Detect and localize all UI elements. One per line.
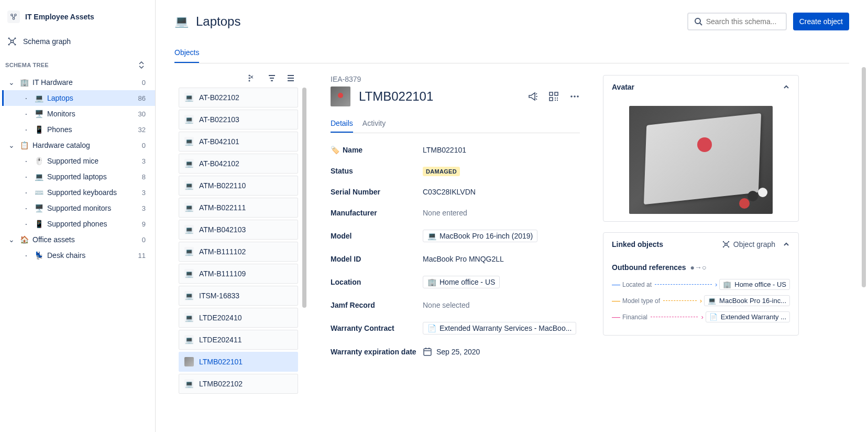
schema-graph-link[interactable]: Schema graph: [0, 33, 155, 55]
field-modelid-value[interactable]: MacBook Pro MNQG2LL: [423, 255, 504, 263]
ref-target-chip[interactable]: 💻MacBook Pro 16-inc...: [704, 295, 790, 306]
field-serial-label: Serial Number: [331, 188, 423, 196]
tab-activity[interactable]: Activity: [362, 117, 386, 133]
tree-item-icon: 💻: [34, 94, 44, 102]
object-list-toolbar: [174, 71, 302, 88]
tree-item[interactable]: •🖱️Supported mice3: [2, 153, 155, 169]
tree-item[interactable]: •🖥️Supported monitors3: [2, 200, 155, 216]
tree-item-icon: ⌨️: [34, 188, 44, 197]
field-jamf-label: Jamf Record: [331, 301, 423, 309]
tree-item[interactable]: •💻Laptops86: [2, 90, 155, 106]
tree-item-label: Supported monitors: [47, 204, 139, 212]
svg-point-8: [695, 18, 700, 24]
page-title-icon: 💻: [174, 15, 189, 28]
tree-item[interactable]: •🖥️Monitors30: [2, 106, 155, 122]
tree-item-count: 3: [142, 204, 148, 212]
arrow-icon: ›: [700, 297, 702, 305]
object-list-scrollbar-thumb[interactable]: [302, 88, 306, 308]
location-chip[interactable]: 🏢Home office - US: [423, 276, 500, 288]
schema-tree: ⌄🏢IT Hardware0•💻Laptops86•🖥️Monitors30•📱…: [0, 74, 155, 263]
tree-group[interactable]: ⌄🏠Office assets0: [2, 232, 155, 247]
svg-point-2: [13, 18, 15, 20]
object-list-item[interactable]: 💻ATM-B111109: [179, 264, 298, 284]
tree-group[interactable]: ⌄📋Hardware catalog0: [2, 137, 155, 153]
ref-target-label: Home office - US: [734, 280, 786, 288]
tree-group[interactable]: ⌄🏢IT Hardware0: [2, 74, 155, 90]
ref-line: [651, 317, 698, 317]
chevron-up-icon: [783, 83, 790, 91]
ref-target-chip[interactable]: 📄Extended Warranty ...: [706, 311, 790, 322]
scroll-indicator[interactable]: [862, 67, 866, 287]
field-model-value[interactable]: 💻MacBook Pro 16-inch (2019): [423, 230, 537, 242]
object-graph-link[interactable]: Object graph: [722, 240, 775, 249]
object-list-item[interactable]: 💻LTDE202410: [179, 308, 298, 328]
avatar-panel-header[interactable]: Avatar: [603, 75, 798, 99]
field-serial-value[interactable]: C03C28IKLVDN: [423, 188, 476, 196]
search-input[interactable]: [706, 17, 781, 26]
field-location-value[interactable]: 🏢Home office - US: [423, 276, 500, 288]
laptop-icon: 💻: [427, 232, 436, 240]
field-warranty-value[interactable]: 📄Extended Warranty Services - MacBoo...: [423, 322, 576, 334]
object-item-icon: 💻: [184, 379, 194, 388]
main-tabs: Objects: [174, 45, 849, 63]
bullet-icon: •: [22, 175, 30, 179]
more-actions-icon[interactable]: [569, 91, 580, 102]
search-box[interactable]: [687, 13, 787, 30]
field-warrantyexp: Warranty expiration date Sep 25, 2020: [331, 347, 580, 357]
tree-item[interactable]: •💻Supported laptops8: [2, 169, 155, 185]
tab-details[interactable]: Details: [331, 117, 353, 133]
collapse-tree-icon[interactable]: [135, 59, 148, 71]
linked-objects-header[interactable]: Linked objects Object graph: [603, 233, 798, 256]
ref-target-chip[interactable]: 🏢Home office - US: [719, 279, 790, 290]
object-list-item[interactable]: 💻ATM-B022110: [179, 176, 298, 196]
object-list-item[interactable]: 💻AT-B042101: [179, 132, 298, 152]
object-item-label: ITSM-16833: [199, 291, 239, 300]
object-item-icon: [184, 357, 194, 366]
object-id: IEA-8379: [331, 75, 580, 83]
avatar-panel-title: Avatar: [612, 83, 634, 91]
ref-line: [663, 300, 697, 301]
create-object-button[interactable]: Create object: [793, 13, 849, 30]
field-modelid-label: Model ID: [331, 255, 423, 263]
warranty-chip[interactable]: 📄Extended Warranty Services - MacBoo...: [423, 322, 576, 334]
object-list-item[interactable]: 💻AT-B022102: [179, 88, 298, 107]
tree-item[interactable]: •💺Desk chairs11: [2, 247, 155, 263]
field-manufacturer-value[interactable]: None entered: [423, 209, 467, 217]
edit-query-icon[interactable]: [248, 74, 257, 82]
tab-objects[interactable]: Objects: [174, 45, 199, 63]
object-list-item[interactable]: 💻AT-B022103: [179, 110, 298, 129]
announce-icon[interactable]: [528, 91, 538, 102]
qr-code-icon[interactable]: [548, 91, 559, 102]
field-warrantyexp-value[interactable]: Sep 25, 2020: [423, 347, 480, 357]
tree-item[interactable]: •⌨️Supported keyboards3: [2, 185, 155, 200]
object-list-item[interactable]: 💻ATM-B022111: [179, 198, 298, 218]
filter-icon[interactable]: [268, 74, 276, 82]
avatar-image[interactable]: [629, 106, 773, 214]
tree-item-icon: 💺: [34, 251, 44, 260]
object-list-item[interactable]: LTMB022101: [179, 352, 298, 372]
svg-point-27: [728, 246, 729, 247]
outbound-references-header: Outbound references ●→○: [612, 263, 790, 272]
field-location-label: Location: [331, 278, 423, 286]
model-chip[interactable]: 💻MacBook Pro 16-inch (2019): [423, 230, 537, 242]
tree-item[interactable]: •📱Phones32: [2, 122, 155, 137]
list-view-icon[interactable]: [287, 74, 295, 82]
object-list-item[interactable]: 💻LTDE202411: [179, 330, 298, 350]
object-item-label: AT-B022102: [199, 93, 239, 102]
object-item-label: AT-B042102: [199, 159, 239, 168]
field-status-value[interactable]: DAMAGED: [423, 167, 460, 175]
object-list-item[interactable]: 💻ITSM-16833: [179, 286, 298, 306]
object-item-label: AT-B042101: [199, 137, 239, 146]
object-list-item[interactable]: 💻ATM-B042103: [179, 220, 298, 240]
field-jamf-value[interactable]: None selected: [423, 301, 470, 309]
field-warranty-label: Warranty Contract: [331, 324, 423, 332]
object-list-item[interactable]: 💻AT-B042102: [179, 154, 298, 174]
field-name-value[interactable]: LTMB022101: [423, 146, 466, 154]
field-modelid: Model ID MacBook Pro MNQG2LL: [331, 255, 580, 263]
svg-point-25: [728, 241, 729, 242]
main-header: 💻 Laptops Create object: [174, 13, 849, 30]
object-list-item[interactable]: 💻ATM-B111102: [179, 242, 298, 262]
tree-item-count: 3: [142, 189, 148, 197]
tree-item[interactable]: •📱Supported phones9: [2, 216, 155, 232]
object-list-item[interactable]: 💻LTMB022102: [179, 374, 298, 394]
